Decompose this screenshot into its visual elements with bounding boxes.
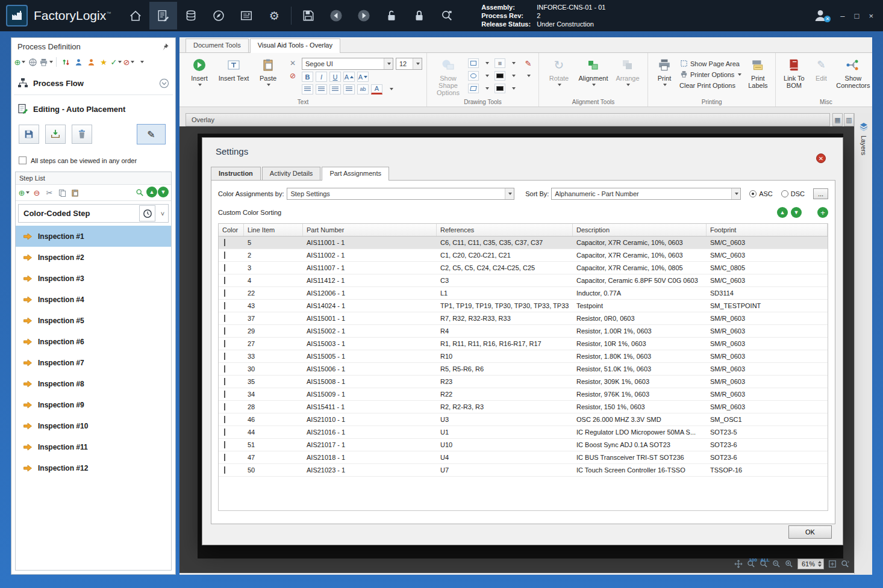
move-step-down-button[interactable]: ▼: [158, 187, 169, 197]
any-order-checkbox[interactable]: [19, 156, 27, 164]
draw-polygon-button[interactable]: [468, 84, 479, 93]
copy-step-button[interactable]: [56, 187, 68, 199]
draw-rectangle-button[interactable]: [468, 58, 479, 68]
pan-tool-icon[interactable]: [734, 560, 743, 568]
line-style-dropdown[interactable]: [507, 58, 519, 69]
parts-table-row[interactable]: 30 AIS15006 - 1 R5, R5-R6, R6 Resistor, …: [219, 363, 828, 376]
align-right-button[interactable]: [329, 84, 341, 94]
parts-table-row[interactable]: 50 AIS21023 - 1 U7 IC Touch Screen Contr…: [219, 464, 828, 477]
zoom-level-input[interactable]: 61%: [797, 559, 824, 569]
font-color-dropdown[interactable]: [385, 84, 397, 94]
fit-page-button[interactable]: [828, 560, 837, 568]
no-style-button[interactable]: ⊘: [287, 70, 299, 81]
col-description[interactable]: Description: [573, 224, 707, 236]
fill-color-dropdown[interactable]: [507, 70, 519, 81]
color-swatch[interactable]: [224, 239, 225, 246]
collapse-section-button[interactable]: [159, 78, 169, 88]
dialog-tab[interactable]: Instruction: [211, 167, 261, 180]
back-button[interactable]: [322, 2, 350, 29]
parts-table-row[interactable]: 33 AIS15005 - 1 R10 Resistor, 1.80K 1%, …: [219, 350, 828, 363]
step-timer-button[interactable]: [139, 205, 155, 221]
align-center-button[interactable]: [316, 84, 327, 94]
parts-table-row[interactable]: 4 AIS11412 - 1 C3 Capacitor, Ceramic 6.8…: [219, 274, 828, 287]
underline-button[interactable]: U: [329, 72, 341, 82]
paste-step-button[interactable]: [69, 187, 81, 199]
zoom-all-button[interactable]: ALL: [760, 560, 768, 568]
step-item[interactable]: Inspection #7: [16, 352, 171, 373]
ribbon-tab[interactable]: Visual Aid Tools - Overlay: [250, 39, 340, 53]
col-part-number[interactable]: Part Number: [303, 224, 437, 236]
edit-step-button[interactable]: ✎: [137, 124, 166, 144]
show-shape-options-button[interactable]: Show Shape Options: [431, 55, 465, 96]
color-swatch[interactable]: [224, 403, 225, 410]
step-item[interactable]: Inspection #10: [16, 415, 171, 436]
col-line-item[interactable]: Line Item: [244, 224, 303, 236]
parts-table-row[interactable]: 34 AIS15009 - 1 R22 Resistor, 976K 1%, 0…: [219, 388, 828, 401]
step-item[interactable]: Inspection #1: [16, 226, 171, 247]
color-swatch[interactable]: [224, 378, 225, 385]
parts-table-row[interactable]: 43 AIS14024 - 1 TP1, TP19, TP19, TP30, T…: [219, 300, 828, 312]
sync-steps-button[interactable]: [60, 56, 72, 68]
color-swatch[interactable]: [224, 466, 225, 474]
reports-button[interactable]: [232, 2, 260, 29]
navigation-button[interactable]: [205, 2, 232, 29]
audit-search-button[interactable]: [433, 2, 461, 29]
link-to-bom-button[interactable]: Link To BOM: [780, 55, 808, 89]
cut-step-button[interactable]: ✂: [43, 187, 55, 199]
parts-table-row[interactable]: 27 AIS15003 - 1 R1, R11, R11, R16, R16-R…: [219, 338, 828, 350]
highlight-button[interactable]: ab: [357, 84, 369, 94]
save-button[interactable]: [295, 2, 322, 29]
move-color-down-button[interactable]: ▼: [791, 207, 802, 218]
color-swatch[interactable]: [224, 365, 225, 373]
close-button[interactable]: ×: [869, 11, 873, 20]
hyperlink-button[interactable]: [27, 56, 39, 68]
move-step-up-button[interactable]: ▲: [146, 187, 157, 197]
parts-table-row[interactable]: 29 AIS15002 - 1 R4 Resistor, 1.00R 1%, 0…: [219, 325, 828, 338]
parts-table-row[interactable]: 44 AIS21016 - 1 U1 IC Regulator LDO Micr…: [219, 426, 828, 439]
step-item[interactable]: Inspection #11: [16, 436, 171, 457]
color-swatch[interactable]: [224, 302, 225, 309]
zoom-in-button[interactable]: [785, 560, 793, 568]
printer-options-button[interactable]: Printer Options: [679, 70, 741, 79]
color-swatch[interactable]: [224, 252, 225, 259]
step-item[interactable]: Inspection #5: [16, 310, 171, 331]
approve-button[interactable]: ✓: [110, 56, 122, 68]
parts-table-row[interactable]: 47 AIS21018 - 1 U4 IC BUS Transceiver TR…: [219, 451, 828, 464]
pin-icon[interactable]: [161, 43, 169, 51]
parts-table-row[interactable]: 35 AIS15008 - 1 R23 Resistor, 309K 1%, 0…: [219, 376, 828, 388]
paste-button[interactable]: Paste: [252, 55, 284, 86]
show-connectors-button[interactable]: Show Connectors: [834, 55, 872, 89]
color-assignments-select[interactable]: Step Settings: [287, 188, 514, 200]
overlay-grid-button[interactable]: ▦: [832, 113, 843, 126]
print-button[interactable]: [39, 56, 53, 68]
color-swatch[interactable]: [224, 340, 225, 347]
outline-color-dropdown[interactable]: [507, 83, 519, 94]
color-swatch[interactable]: [224, 315, 225, 322]
bold-button[interactable]: B: [302, 72, 313, 82]
polygon-style-dropdown[interactable]: [481, 83, 493, 94]
move-color-up-button[interactable]: ▲: [777, 207, 788, 218]
parts-table-row[interactable]: 22 AIS12006 - 1 L1 Inductor, 0.77A SD311…: [219, 287, 828, 300]
color-swatch[interactable]: [224, 441, 225, 448]
parts-table-row[interactable]: 51 AIS21017 - 1 U10 IC Boost Sync ADJ 0.…: [219, 439, 828, 451]
ellipse-style-dropdown[interactable]: [481, 70, 493, 81]
process-editor-button[interactable]: [149, 2, 177, 29]
parts-table-row[interactable]: 46 AIS21010 - 1 U3 OSC 26.000 MHZ 3.3V S…: [219, 413, 828, 426]
italic-button[interactable]: I: [316, 72, 327, 82]
clear-print-options-button[interactable]: Clear Print Options: [679, 81, 741, 90]
zoom-selection-button[interactable]: [841, 560, 849, 568]
add-color-button[interactable]: +: [817, 207, 828, 218]
print-button-ribbon[interactable]: Print: [652, 55, 676, 86]
process-flow-header[interactable]: Process Flow: [11, 72, 175, 94]
reject-button[interactable]: ⊘: [123, 56, 135, 68]
sort-by-select[interactable]: Alphanumeric - Part Number: [551, 188, 741, 200]
parts-table-row[interactable]: 28 AIS15411 - 1 R2, R2-R3, R3 Resistor, …: [219, 401, 828, 413]
parts-table-row[interactable]: 2 AIS11002 - 1 C1, C20, C20-C21, C21 Cap…: [219, 249, 828, 262]
delete-step-button[interactable]: [72, 125, 92, 144]
align-justify-button[interactable]: [343, 84, 355, 94]
color-swatch[interactable]: [224, 277, 225, 284]
import-step-button[interactable]: [45, 125, 66, 144]
dialog-tab[interactable]: Part Assignments: [322, 167, 389, 181]
rotate-button[interactable]: ↻ Rotate: [543, 55, 575, 86]
col-color[interactable]: Color: [219, 224, 244, 236]
